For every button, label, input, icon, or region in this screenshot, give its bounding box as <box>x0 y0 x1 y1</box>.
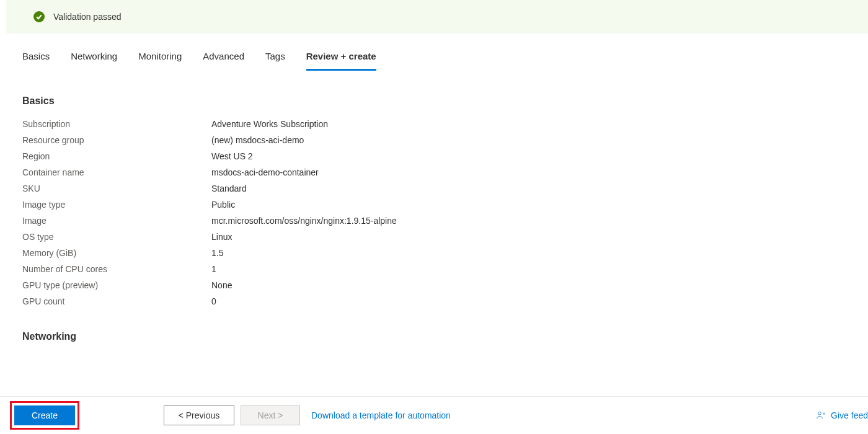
tab-advanced[interactable]: Advanced <box>203 51 244 71</box>
tab-basics[interactable]: Basics <box>22 51 50 71</box>
kv-key-image: Image <box>22 216 211 226</box>
kv-key-region: Region <box>22 151 211 161</box>
kv-row: GPU count 0 <box>22 296 846 306</box>
kv-val-gpu-count: 0 <box>211 296 216 306</box>
give-feedback-link[interactable]: Give feed <box>816 410 868 420</box>
kv-row: Region West US 2 <box>22 151 846 161</box>
create-button[interactable]: Create <box>14 405 75 425</box>
kv-key-resource-group: Resource group <box>22 135 211 145</box>
kv-key-gpu-count: GPU count <box>22 296 211 306</box>
kv-key-memory: Memory (GiB) <box>22 248 211 258</box>
tab-monitoring[interactable]: Monitoring <box>138 51 182 71</box>
kv-val-subscription: Adventure Works Subscription <box>211 119 328 129</box>
section-title-basics: Basics <box>22 95 846 107</box>
check-circle-icon <box>33 11 45 22</box>
kv-val-memory: 1.5 <box>211 248 223 258</box>
kv-val-image: mcr.microsoft.com/oss/nginx/nginx:1.9.15… <box>211 216 397 226</box>
kv-row: GPU type (preview) None <box>22 280 846 290</box>
kv-row: Resource group (new) msdocs-aci-demo <box>22 135 846 145</box>
kv-key-image-type: Image type <box>22 200 211 210</box>
svg-point-0 <box>818 412 822 415</box>
tab-tags[interactable]: Tags <box>265 51 285 71</box>
give-feedback-label: Give feed <box>831 410 868 420</box>
tabs: Basics Networking Monitoring Advanced Ta… <box>0 33 868 71</box>
kv-val-gpu-type: None <box>211 280 232 290</box>
kv-row: Memory (GiB) 1.5 <box>22 248 846 258</box>
download-template-link[interactable]: Download a template for automation <box>311 410 451 420</box>
kv-key-subscription: Subscription <box>22 119 211 129</box>
kv-key-os-type: OS type <box>22 232 211 242</box>
kv-val-resource-group: (new) msdocs-aci-demo <box>211 135 304 145</box>
kv-val-os-type: Linux <box>211 232 232 242</box>
footer-bar: Create < Previous Next > Download a temp… <box>0 397 868 434</box>
kv-val-container-name: msdocs-aci-demo-container <box>211 167 319 177</box>
kv-val-cpu-cores: 1 <box>211 264 216 274</box>
section-title-networking: Networking <box>22 331 846 342</box>
next-button: Next > <box>241 405 300 425</box>
kv-key-sku: SKU <box>22 184 211 193</box>
create-button-highlight: Create <box>10 401 79 430</box>
kv-key-cpu-cores: Number of CPU cores <box>22 264 211 274</box>
kv-key-gpu-type: GPU type (preview) <box>22 280 211 290</box>
kv-val-image-type: Public <box>211 200 235 210</box>
kv-row: SKU Standard <box>22 184 846 193</box>
kv-row: Number of CPU cores 1 <box>22 264 846 274</box>
kv-key-container-name: Container name <box>22 167 211 177</box>
kv-row: Image type Public <box>22 200 846 210</box>
feedback-person-icon <box>816 410 826 420</box>
kv-row: OS type Linux <box>22 232 846 242</box>
validation-message: Validation passed <box>53 12 121 22</box>
kv-val-region: West US 2 <box>211 151 253 161</box>
kv-row: Image mcr.microsoft.com/oss/nginx/nginx:… <box>22 216 846 226</box>
tab-networking[interactable]: Networking <box>71 51 117 71</box>
tab-review-create[interactable]: Review + create <box>306 51 376 71</box>
validation-banner: Validation passed <box>6 0 868 33</box>
kv-row: Container name msdocs-aci-demo-container <box>22 167 846 177</box>
kv-row: Subscription Adventure Works Subscriptio… <box>22 119 846 129</box>
kv-val-sku: Standard <box>211 184 247 193</box>
previous-button[interactable]: < Previous <box>164 405 234 425</box>
content-area: Basics Subscription Adventure Works Subs… <box>0 71 868 342</box>
